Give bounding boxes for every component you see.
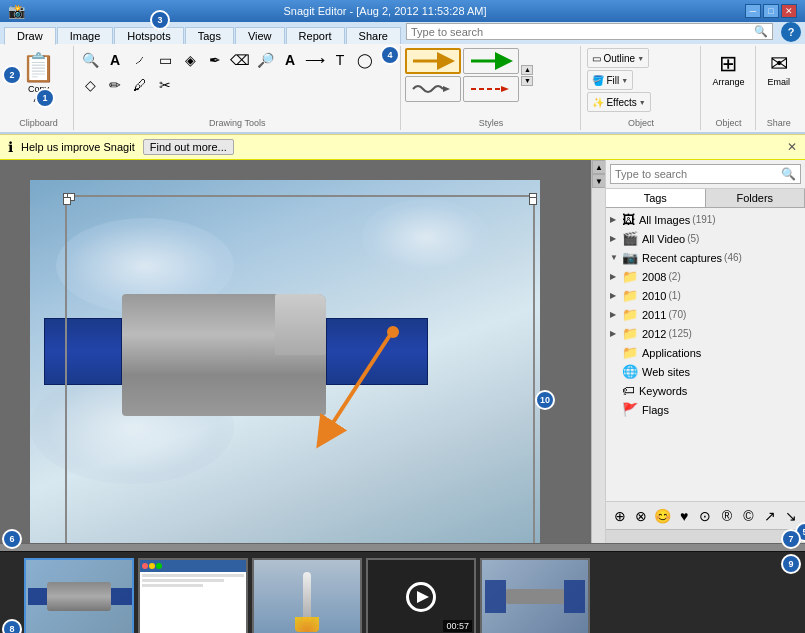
folder-2010-icon: 📁 bbox=[622, 288, 638, 303]
delete-tool-btn[interactable]: ✂ bbox=[153, 73, 177, 97]
tab-view[interactable]: View bbox=[235, 27, 285, 44]
filmstrip-item-5[interactable] bbox=[480, 558, 590, 634]
clipboard-icon: 📋 bbox=[21, 51, 56, 84]
info-close-btn[interactable]: ✕ bbox=[787, 140, 797, 154]
styles-scroll-up[interactable]: ▲ bbox=[521, 65, 533, 75]
filmstrip-item-2[interactable] bbox=[138, 558, 248, 634]
tab-share[interactable]: Share bbox=[346, 27, 401, 44]
tree-item-applications[interactable]: ▶ 📁 Applications bbox=[606, 343, 805, 362]
line-tool-btn[interactable]: ⟋ bbox=[128, 48, 152, 72]
sidebar-search-icon[interactable]: 🔍 bbox=[781, 167, 796, 181]
arrange-btn[interactable]: ⊞ Arrange bbox=[705, 48, 751, 90]
fill-dropdown-arrow: ▼ bbox=[621, 77, 628, 84]
fill-btn[interactable]: 🪣 Fill ▼ bbox=[587, 70, 633, 90]
fill-tool-btn[interactable]: ◈ bbox=[178, 48, 202, 72]
tree-item-2011[interactable]: ▶ 📁 2011 (70) bbox=[606, 305, 805, 324]
sidebar-icons-bar: ⊕ ⊗ 😊 ♥ ⊙ ® © ↗ ↘ bbox=[606, 501, 805, 529]
tree-arrow-2010: ▶ bbox=[610, 291, 620, 300]
filmstrip-item-4[interactable]: 00:57 bbox=[366, 558, 476, 634]
tree-item-websites[interactable]: ▶ 🌐 Web sites bbox=[606, 362, 805, 381]
sidebar-search-input[interactable] bbox=[615, 168, 779, 180]
sidebar-add-btn[interactable]: ⊕ bbox=[610, 505, 629, 527]
folder-2008-label: 2008 bbox=[642, 271, 666, 283]
styles-scroll-down[interactable]: ▼ bbox=[521, 76, 533, 86]
tab-tags[interactable]: Tags bbox=[185, 27, 234, 44]
scroll-up-btn[interactable]: ▲ bbox=[592, 160, 605, 174]
style-green-arrow-btn[interactable] bbox=[463, 48, 519, 74]
pen-tool-btn[interactable]: ✒ bbox=[203, 48, 227, 72]
tree-item-all-video[interactable]: ▶ 🎬 All Video (5) bbox=[606, 229, 805, 248]
text2-tool-btn[interactable]: A bbox=[278, 48, 302, 72]
tree-item-2012[interactable]: ▶ 📁 2012 (125) bbox=[606, 324, 805, 343]
canvas-vscroll[interactable]: ▲ ▼ bbox=[591, 160, 605, 543]
sidebar-heart-btn[interactable]: ♥ bbox=[674, 505, 693, 527]
filmstrip-item-1[interactable] bbox=[24, 558, 134, 634]
ellipse-tool-btn[interactable]: ◯ bbox=[353, 48, 377, 72]
sidebar-r-btn[interactable]: ® bbox=[717, 505, 736, 527]
tab-draw[interactable]: Draw bbox=[4, 27, 56, 45]
filmstrip-item-3[interactable] bbox=[252, 558, 362, 634]
ribbon-search-input[interactable] bbox=[411, 26, 754, 38]
effects-row: ✨ Effects ▼ bbox=[587, 92, 694, 112]
email-btn[interactable]: ✉ Email bbox=[760, 48, 797, 90]
diamond-tool-btn[interactable]: ◇ bbox=[78, 73, 102, 97]
select-tool-btn[interactable]: 🔍 bbox=[78, 48, 102, 72]
tree-item-all-images[interactable]: ▶ 🖼 All Images (191) bbox=[606, 210, 805, 229]
filmstrip[interactable]: 8 9 bbox=[0, 551, 805, 633]
folder-2012-count: (125) bbox=[668, 328, 691, 339]
sidebar-copyright-btn[interactable]: © bbox=[739, 505, 758, 527]
tree-item-recent[interactable]: ▼ 📷 Recent captures (46) bbox=[606, 248, 805, 267]
tree-item-2008[interactable]: ▶ 📁 2008 (2) bbox=[606, 267, 805, 286]
stamp-tool-btn[interactable]: T bbox=[328, 48, 352, 72]
style-wave-btn[interactable] bbox=[405, 76, 461, 102]
pencil-tool-btn[interactable]: ✏ bbox=[103, 73, 127, 97]
sidebar-remove-btn[interactable]: ⊗ bbox=[631, 505, 650, 527]
tab-report[interactable]: Report bbox=[286, 27, 345, 44]
zoom-tool-btn[interactable]: 🔎 bbox=[253, 48, 277, 72]
tree-arrow-2008: ▶ bbox=[610, 272, 620, 281]
sidebar-smiley-btn[interactable]: 😊 bbox=[653, 505, 672, 527]
fill-row: 🪣 Fill ▼ bbox=[587, 70, 694, 90]
text-tool-btn[interactable]: A bbox=[103, 48, 127, 72]
scroll-down-btn[interactable]: ▼ bbox=[592, 174, 605, 188]
object-section-label: Object bbox=[587, 118, 694, 128]
tab-hotspots[interactable]: Hotspots bbox=[114, 27, 183, 44]
style-dashed-btn[interactable] bbox=[463, 76, 519, 102]
sidebar-tab-folders[interactable]: Folders bbox=[706, 189, 806, 207]
clipboard-section-label: Clipboard bbox=[19, 118, 58, 128]
folder-2011-label: 2011 bbox=[642, 309, 666, 321]
arrange-icon: ⊞ bbox=[719, 51, 737, 77]
style-arrow-btn[interactable] bbox=[405, 48, 461, 74]
maximize-btn[interactable]: □ bbox=[763, 4, 779, 18]
effects-icon: ✨ bbox=[592, 97, 604, 108]
info-bar: ℹ Help us improve Snagit Find out more..… bbox=[0, 134, 805, 160]
folder-2010-count: (1) bbox=[668, 290, 680, 301]
find-out-more-btn[interactable]: Find out more... bbox=[143, 139, 234, 155]
folder-2012-label: 2012 bbox=[642, 328, 666, 340]
tree-item-2010[interactable]: ▶ 📁 2010 (1) bbox=[606, 286, 805, 305]
tree-item-keywords[interactable]: ▶ 🏷 Keywords bbox=[606, 381, 805, 400]
outline-btn[interactable]: ▭ Outline ▼ bbox=[587, 48, 649, 68]
canvas-area[interactable]: ▲ ▼ 10 bbox=[0, 160, 605, 543]
help-button[interactable]: ? bbox=[781, 22, 801, 42]
applications-label: Applications bbox=[642, 347, 701, 359]
effects-btn[interactable]: ✨ Effects ▼ bbox=[587, 92, 650, 112]
folder-2008-count: (2) bbox=[668, 271, 680, 282]
tree-arrow: ▶ bbox=[610, 234, 620, 243]
websites-icon: 🌐 bbox=[622, 364, 638, 379]
svg-line-3 bbox=[325, 335, 390, 435]
minimize-btn[interactable]: ─ bbox=[745, 4, 761, 18]
window-controls[interactable]: ─ □ ✕ bbox=[745, 4, 797, 18]
sidebar-circle-btn[interactable]: ⊙ bbox=[696, 505, 715, 527]
tab-image[interactable]: Image bbox=[57, 27, 114, 44]
rect-tool-btn[interactable]: ▭ bbox=[153, 48, 177, 72]
brush-tool-btn[interactable]: 🖊 bbox=[128, 73, 152, 97]
eraser-tool-btn[interactable]: ⌫ bbox=[228, 48, 252, 72]
tree-item-flags[interactable]: ▶ 🚩 Flags bbox=[606, 400, 805, 419]
sidebar-arrow-up-btn[interactable]: ↗ bbox=[760, 505, 779, 527]
sidebar-tree: ▶ 🖼 All Images (191) ▶ 🎬 All Video (5) ▼… bbox=[606, 208, 805, 501]
drawing-section: 🔍 A ⟋ ▭ ◈ ✒ ⌫ 🔎 A ⟶ T ◯ ◇ ✏ 🖊 ✂ Drawing … bbox=[74, 46, 401, 130]
close-btn[interactable]: ✕ bbox=[781, 4, 797, 18]
arrow-tool-btn[interactable]: ⟶ bbox=[303, 48, 327, 72]
sidebar-tab-tags[interactable]: Tags bbox=[606, 189, 706, 207]
